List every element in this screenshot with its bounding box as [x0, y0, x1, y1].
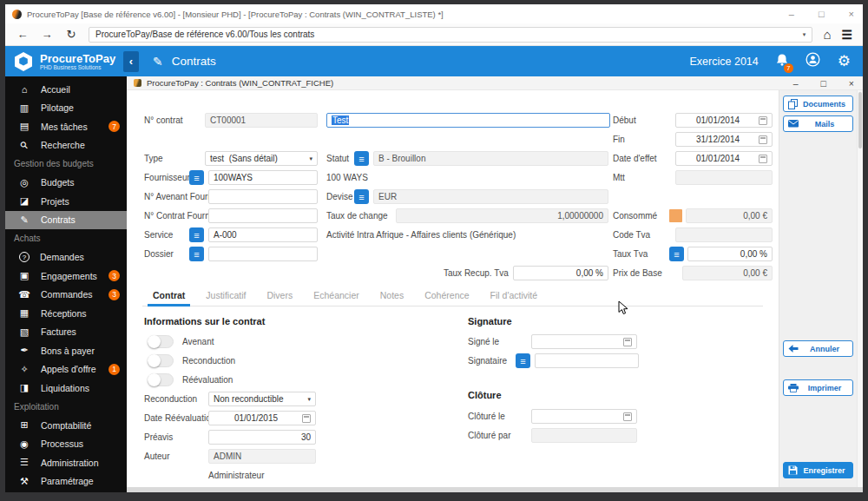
fin-field[interactable]: 31/12/2014: [675, 132, 773, 147]
exercice-selector[interactable]: Exercice 2014: [690, 56, 759, 68]
imprimer-button[interactable]: Imprimer: [783, 379, 853, 396]
avenant-fournisseur-field[interactable]: [208, 189, 318, 204]
calendar-icon[interactable]: [623, 338, 632, 346]
sidebar-item-liquidations[interactable]: ◨Liquidations: [5, 379, 127, 398]
inner-maximize-icon[interactable]: □: [821, 78, 826, 89]
avenant-toggle[interactable]: [148, 335, 174, 348]
enregistrer-button[interactable]: Enregistrer: [783, 462, 853, 478]
maximize-icon[interactable]: □: [819, 4, 825, 23]
window-title: ProcureToPay [Base de référence v6.00] -…: [27, 10, 444, 19]
dossier-lookup-icon[interactable]: ≡: [189, 247, 204, 261]
documents-button[interactable]: Documents: [783, 96, 853, 112]
calendar-icon[interactable]: [759, 135, 767, 144]
tab-justificatif[interactable]: Justificatif: [195, 285, 256, 306]
sidebar-collapse-button[interactable]: ‹: [123, 51, 139, 72]
sidebar-item-engagements[interactable]: ▣Engagements3: [5, 267, 127, 286]
signataire-lookup-icon[interactable]: ≡: [516, 353, 530, 368]
sidebar-item-bons-a-payer[interactable]: ✒Bons à payer: [5, 341, 127, 360]
taux-change-field[interactable]: 1,00000000: [396, 208, 608, 223]
titre-field[interactable]: Test: [326, 113, 610, 128]
home-icon[interactable]: ⌂: [823, 27, 831, 42]
reconduction-dropdown[interactable]: Non reconductible▾: [208, 392, 316, 406]
sidebar-item-recherche[interactable]: ⚲Recherche: [5, 136, 127, 155]
back-icon[interactable]: ←: [16, 28, 30, 41]
tab-divers[interactable]: Divers: [256, 285, 303, 306]
sidebar-item-appels-offre[interactable]: ✧Appels d'offre1: [5, 360, 127, 379]
tab-notes[interactable]: Notes: [370, 285, 414, 306]
sidebar-item-pilotage[interactable]: ▥Pilotage: [5, 99, 127, 118]
calendar-icon[interactable]: [302, 414, 311, 423]
scrollbar-thumb[interactable]: [858, 92, 862, 148]
vertical-scrollbar[interactable]: [857, 90, 863, 487]
sidebar-item-projets[interactable]: ◪Projets: [5, 192, 127, 211]
dossier-field[interactable]: [208, 247, 318, 261]
forward-icon[interactable]: →: [40, 28, 54, 41]
debut-field[interactable]: 01/01/2014: [675, 113, 773, 128]
inner-close-icon[interactable]: ×: [849, 78, 854, 89]
num-contrat-field[interactable]: CT00001: [205, 113, 318, 128]
annuler-button[interactable]: Annuler: [783, 340, 853, 357]
preavis-label: Préavis: [144, 430, 173, 445]
address-input[interactable]: ProcureToPay/Base de référence v6.00/Tou…: [89, 27, 812, 43]
user-button[interactable]: [806, 52, 820, 70]
settings-button[interactable]: ⚙: [838, 52, 851, 70]
inner-minimize-icon[interactable]: –: [793, 78, 799, 89]
service-lookup-icon[interactable]: ≡: [189, 227, 204, 242]
preavis-field[interactable]: 30: [208, 430, 316, 445]
signataire-field[interactable]: [535, 353, 639, 368]
sidebar-item-commandes[interactable]: ☎Commandes3: [5, 286, 127, 305]
sidebar-item-demandes[interactable]: ?Demandes: [5, 248, 127, 267]
sidebar-item-label: Engagements: [41, 271, 97, 281]
service-field[interactable]: A-000: [208, 227, 318, 242]
close-icon[interactable]: ×: [849, 4, 854, 23]
devise-field[interactable]: EUR: [373, 189, 608, 204]
cloture-le-field[interactable]: [531, 409, 637, 424]
printer-icon: [788, 384, 799, 392]
fournisseur-field[interactable]: 100WAYS: [208, 170, 318, 185]
address-caret-icon[interactable]: ▾: [803, 31, 806, 38]
calendar-icon[interactable]: [759, 155, 767, 163]
sidebar-item-factures[interactable]: ▧Factures: [5, 323, 127, 342]
notifications-button[interactable]: 7: [776, 54, 788, 69]
minimize-icon[interactable]: –: [789, 4, 794, 23]
fournisseur-lookup-icon[interactable]: ≡: [189, 170, 204, 185]
menu-icon[interactable]: ☰: [841, 28, 852, 42]
signe-le-field[interactable]: [531, 334, 637, 349]
calendar-icon[interactable]: [623, 412, 632, 421]
tab-echeancier[interactable]: Echéancier: [303, 285, 370, 306]
mails-button[interactable]: Mails: [783, 115, 853, 132]
sidebar-item-comptabilite[interactable]: ⊞Comptabilité: [5, 416, 127, 435]
type-dropdown[interactable]: test (Sans détail)▾: [205, 151, 318, 166]
tab-coherence[interactable]: Cohérence: [414, 285, 479, 306]
brand-logo: ProcureToPay PHD Business Solutions: [5, 51, 123, 72]
sidebar-item-contrats[interactable]: ✎Contrats: [5, 211, 127, 230]
cloture-section-title: Clôture: [468, 390, 502, 400]
tab-fil-activite[interactable]: Fil d'activité: [480, 285, 549, 306]
sidebar-item-processus[interactable]: ◉Processus: [5, 435, 127, 454]
sidebar-item-receptions[interactable]: ▦Réceptions: [5, 304, 127, 323]
taux-recup-field[interactable]: 0,00 %: [513, 266, 608, 280]
sidebar-item-parametrage[interactable]: ⚒Paramétrage: [5, 472, 127, 491]
statut-lookup-icon[interactable]: ≡: [354, 151, 369, 166]
reconduction-toggle[interactable]: [148, 354, 174, 367]
sidebar-item-administration[interactable]: ☰Administration: [5, 453, 127, 472]
calendar-icon[interactable]: [759, 116, 767, 125]
mtt-field[interactable]: [675, 170, 773, 185]
reevaluation-toggle[interactable]: [148, 373, 174, 386]
navigation-bar: ← → ↻ ProcureToPay/Base de référence v6.…: [5, 23, 863, 46]
refresh-icon[interactable]: ↻: [64, 28, 78, 41]
code-tva-field[interactable]: [675, 227, 773, 242]
devise-lookup-icon[interactable]: ≡: [354, 189, 369, 204]
date-reevaluation-field[interactable]: 01/01/2015: [208, 411, 316, 425]
avenant-toggle-label: Avenant: [182, 334, 214, 349]
statut-field[interactable]: B - Brouillon: [373, 151, 608, 166]
taux-tva-field[interactable]: 0,00 %: [687, 247, 773, 261]
taux-tva-lookup-icon[interactable]: ≡: [669, 247, 684, 261]
contrat-fournisseur-field[interactable]: [208, 208, 318, 223]
date-effet-field[interactable]: 01/01/2014: [675, 151, 773, 166]
tab-contrat[interactable]: Contrat: [142, 285, 195, 306]
sidebar-item-mes-taches[interactable]: ▤Mes tâches7: [5, 117, 127, 136]
reconduction-toggle-label: Reconduction: [182, 353, 235, 368]
sidebar-item-budgets[interactable]: ◎Budgets: [5, 174, 127, 193]
sidebar-item-accueil[interactable]: ⌂Accueil: [5, 80, 127, 99]
